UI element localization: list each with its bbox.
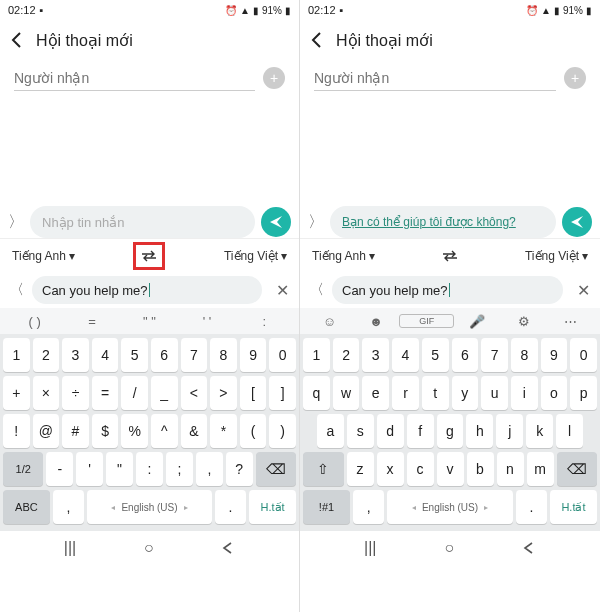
voice-icon[interactable]: 🎤 <box>454 314 501 329</box>
add-recipient-button[interactable]: + <box>263 67 285 89</box>
key-done[interactable]: H.tất <box>249 490 296 524</box>
key-l[interactable]: l <box>556 414 583 448</box>
key-page-toggle[interactable]: 1/2 <box>3 452 43 486</box>
key-w[interactable]: w <box>333 376 360 410</box>
recipient-input[interactable] <box>14 66 255 91</box>
key-backspace[interactable]: ⌫ <box>256 452 296 486</box>
key-/[interactable]: / <box>121 376 148 410</box>
translate-back-icon[interactable]: 〈 <box>310 281 324 299</box>
key-o[interactable]: o <box>541 376 568 410</box>
key-8[interactable]: 8 <box>210 338 237 372</box>
key-,[interactable]: , <box>196 452 223 486</box>
key-_[interactable]: _ <box>151 376 178 410</box>
key-0[interactable]: 0 <box>269 338 296 372</box>
nav-home[interactable]: ○ <box>144 539 154 557</box>
key-9[interactable]: 9 <box>541 338 568 372</box>
key-r[interactable]: r <box>392 376 419 410</box>
toolbar-dquote[interactable]: " " <box>121 314 178 329</box>
toolbar-parens[interactable]: ( ) <box>6 314 63 329</box>
message-input[interactable]: Bạn có thể giúp tôi được không? <box>330 206 556 238</box>
key-+[interactable]: + <box>3 376 30 410</box>
key-%[interactable]: % <box>121 414 148 448</box>
key-z[interactable]: z <box>347 452 374 486</box>
key-mode-sym[interactable]: !#1 <box>303 490 350 524</box>
key-"[interactable]: " <box>106 452 133 486</box>
key-)[interactable]: ) <box>269 414 296 448</box>
swap-languages-button[interactable] <box>137 246 161 266</box>
key-j[interactable]: j <box>496 414 523 448</box>
toolbar-colon[interactable]: : <box>236 314 293 329</box>
key-space[interactable]: ◂English (US)▸ <box>87 490 212 524</box>
key-2[interactable]: 2 <box>33 338 60 372</box>
compose-expand-icon[interactable]: 〉 <box>308 212 324 233</box>
key-1[interactable]: 1 <box>3 338 30 372</box>
translate-back-icon[interactable]: 〈 <box>10 281 24 299</box>
key--[interactable]: - <box>46 452 73 486</box>
clear-input-button[interactable]: ✕ <box>276 281 289 300</box>
key-space[interactable]: ◂English (US)▸ <box>387 490 512 524</box>
key-6[interactable]: 6 <box>151 338 178 372</box>
lang-to-selector[interactable]: Tiếng Việt▾ <box>525 249 588 263</box>
key-$[interactable]: $ <box>92 414 119 448</box>
key-6[interactable]: 6 <box>452 338 479 372</box>
translate-input[interactable]: Can you help me? <box>332 276 563 304</box>
key-u[interactable]: u <box>481 376 508 410</box>
key-÷[interactable]: ÷ <box>62 376 89 410</box>
key-;[interactable]: ; <box>166 452 193 486</box>
nav-back[interactable] <box>522 541 536 555</box>
nav-recents[interactable]: ||| <box>64 539 76 557</box>
key-0[interactable]: 0 <box>570 338 597 372</box>
key-*[interactable]: * <box>210 414 237 448</box>
key-shift[interactable]: ⇧ <box>303 452 344 486</box>
nav-home[interactable]: ○ <box>444 539 454 557</box>
recipient-input[interactable] <box>314 66 556 91</box>
add-recipient-button[interactable]: + <box>564 67 586 89</box>
key-d[interactable]: d <box>377 414 404 448</box>
key-4[interactable]: 4 <box>392 338 419 372</box>
key-x[interactable]: x <box>377 452 404 486</box>
key-e[interactable]: e <box>362 376 389 410</box>
toolbar-equals[interactable]: = <box>63 314 120 329</box>
key-q[interactable]: q <box>303 376 330 410</box>
settings-icon[interactable]: ⚙ <box>501 314 548 329</box>
message-input[interactable]: Nhập tin nhắn <box>30 206 255 238</box>
key-comma[interactable]: , <box>353 490 384 524</box>
key-:[interactable]: : <box>136 452 163 486</box>
key-][interactable]: ] <box>269 376 296 410</box>
key-^[interactable]: ^ <box>151 414 178 448</box>
key-c[interactable]: c <box>407 452 434 486</box>
translate-input[interactable]: Can you help me? <box>32 276 262 304</box>
key-[[interactable]: [ <box>240 376 267 410</box>
key-@[interactable]: @ <box>33 414 60 448</box>
key-period[interactable]: . <box>215 490 246 524</box>
key-k[interactable]: k <box>526 414 553 448</box>
key-i[interactable]: i <box>511 376 538 410</box>
gif-icon[interactable]: GIF <box>399 314 454 328</box>
expand-icon[interactable]: ⋯ <box>547 314 594 329</box>
key-m[interactable]: m <box>527 452 554 486</box>
key-h[interactable]: h <box>466 414 493 448</box>
back-icon[interactable] <box>310 31 322 49</box>
key-s[interactable]: s <box>347 414 374 448</box>
key-b[interactable]: b <box>467 452 494 486</box>
key-period[interactable]: . <box>516 490 547 524</box>
key-t[interactable]: t <box>422 376 449 410</box>
key-g[interactable]: g <box>437 414 464 448</box>
key->[interactable]: > <box>210 376 237 410</box>
swap-languages-button[interactable] <box>438 246 462 266</box>
toolbar-squote[interactable]: ' ' <box>178 314 235 329</box>
key-8[interactable]: 8 <box>511 338 538 372</box>
send-button[interactable] <box>562 207 592 237</box>
key-#[interactable]: # <box>62 414 89 448</box>
key-1[interactable]: 1 <box>303 338 330 372</box>
key-&[interactable]: & <box>181 414 208 448</box>
key-3[interactable]: 3 <box>62 338 89 372</box>
key-<[interactable]: < <box>181 376 208 410</box>
key-7[interactable]: 7 <box>481 338 508 372</box>
clear-input-button[interactable]: ✕ <box>577 281 590 300</box>
key-comma[interactable]: , <box>53 490 84 524</box>
lang-from-selector[interactable]: Tiếng Anh▾ <box>312 249 375 263</box>
lang-to-selector[interactable]: Tiếng Việt▾ <box>224 249 287 263</box>
key-f[interactable]: f <box>407 414 434 448</box>
key-×[interactable]: × <box>33 376 60 410</box>
